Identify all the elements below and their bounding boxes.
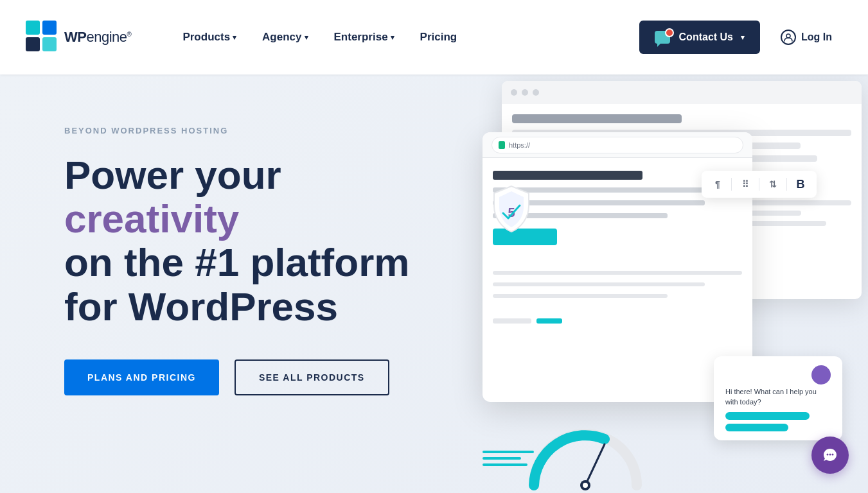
editor-toolbar: ¶ ⠿ ⇅ B — [702, 171, 817, 198]
svg-rect-1 — [27, 22, 39, 33]
window-dot — [511, 89, 517, 96]
hero-title: Power your creativity on the #1 platform… — [64, 153, 463, 329]
mini-bar-accent — [536, 318, 562, 324]
heading-bar — [493, 171, 642, 180]
contact-icon-wrap — [655, 30, 673, 45]
text-bar — [493, 294, 668, 298]
bold-icon: B — [793, 177, 808, 191]
mini-bar — [493, 318, 531, 324]
svg-rect-3 — [44, 22, 55, 33]
login-button[interactable]: Log In — [770, 23, 842, 51]
chevron-down-icon: ▾ — [391, 33, 394, 42]
hero-buttons: PLANS AND PRICING SEE ALL PRODUCTS — [64, 359, 463, 395]
notification-dot — [665, 28, 674, 37]
chat-text: Hi there! What can I help you with today… — [725, 387, 831, 407]
logo-icon — [26, 21, 59, 54]
svg-point-7 — [786, 34, 790, 38]
speedometer-svg — [521, 421, 650, 492]
svg-point-13 — [829, 454, 831, 456]
chat-reply-bar-2 — [725, 424, 788, 431]
browser-bar-front: https:// — [483, 132, 752, 158]
url-bar: https:// — [492, 137, 743, 153]
nav-pricing[interactable]: Pricing — [407, 24, 470, 50]
shield-wrap: 5 — [489, 184, 534, 235]
speedometer — [521, 421, 650, 492]
logo-text: WPengine® — [64, 29, 131, 46]
nav-agency[interactable]: Agency ▾ — [249, 24, 321, 50]
user-icon — [781, 30, 796, 45]
paragraph-icon: ¶ — [711, 177, 725, 191]
speed-line — [483, 457, 521, 460]
divider — [731, 178, 732, 191]
svg-rect-6 — [42, 37, 57, 51]
hero-illustration: https:// ¶ — [418, 74, 868, 493]
hero-section: BEYOND WORDPRESS HOSTING Power your crea… — [0, 74, 868, 493]
text-bar — [493, 271, 742, 275]
plans-pricing-button[interactable]: PLANS AND PRICING — [64, 359, 219, 395]
grid-icon: ⠿ — [738, 177, 752, 191]
lock-icon — [499, 141, 505, 149]
nav-links: Products ▾ Agency ▾ Enterprise ▾ Pricing — [170, 24, 639, 50]
chat-popup: Hi there! What can I help you with today… — [714, 356, 842, 440]
chevron-down-icon: ▾ — [741, 33, 745, 42]
chevron-down-icon: ▾ — [233, 33, 236, 42]
text-bar — [493, 282, 705, 286]
hero-content: BEYOND WORDPRESS HOSTING Power your crea… — [64, 113, 463, 395]
chat-avatar — [811, 365, 831, 385]
see-all-products-button[interactable]: SEE ALL PRODUCTS — [235, 359, 389, 395]
divider — [786, 178, 787, 191]
divider — [759, 178, 759, 191]
shield-icon: 5 — [489, 184, 534, 235]
chat-widget-icon — [822, 447, 838, 463]
nav-enterprise[interactable]: Enterprise ▾ — [321, 24, 407, 50]
chat-reply-bar — [725, 412, 810, 420]
svg-line-9 — [585, 444, 605, 485]
nav-right: Contact Us ▾ Log In — [639, 21, 842, 54]
chat-widget[interactable] — [811, 437, 849, 474]
navbar: WPengine® Products ▾ Agency ▾ Enterprise… — [0, 0, 868, 74]
hero-eyebrow: BEYOND WORDPRESS HOSTING — [64, 126, 463, 135]
window-dot — [522, 89, 528, 96]
chevron-down-icon: ▾ — [305, 33, 308, 42]
svg-point-12 — [827, 454, 829, 456]
nav-products[interactable]: Products ▾ — [170, 24, 249, 50]
browser-bar-back — [502, 81, 862, 104]
logo[interactable]: WPengine® — [26, 21, 131, 54]
contact-us-button[interactable]: Contact Us ▾ — [639, 21, 760, 54]
svg-rect-5 — [27, 39, 39, 50]
arrows-icon: ⇅ — [766, 177, 780, 191]
content-line — [512, 114, 682, 123]
mini-bars — [493, 318, 742, 324]
svg-point-11 — [583, 483, 588, 488]
svg-point-14 — [832, 454, 834, 456]
window-dot — [533, 89, 539, 96]
